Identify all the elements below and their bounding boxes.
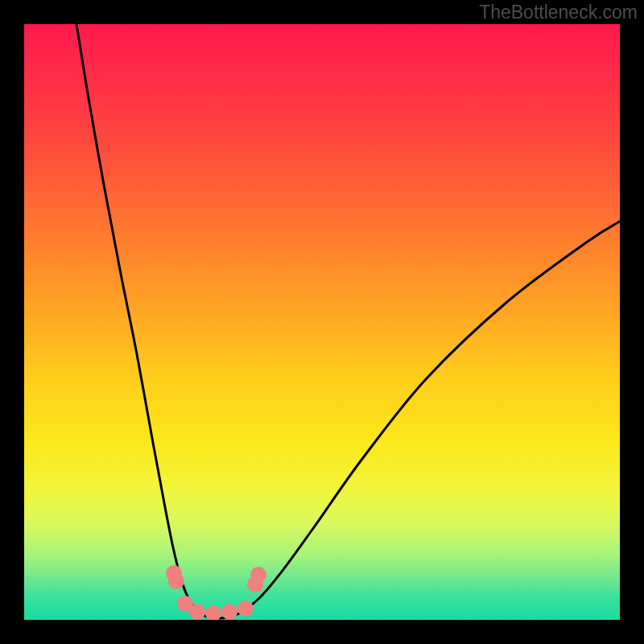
curve-line — [76, 24, 620, 618]
svg-point-4 — [205, 605, 221, 620]
svg-point-5 — [221, 604, 237, 620]
marker-dots — [166, 565, 266, 620]
svg-point-1 — [168, 573, 184, 589]
watermark-label: TheBottleneck.com — [479, 2, 638, 23]
svg-point-6 — [237, 601, 254, 617]
chart-frame: TheBottleneck.com — [0, 0, 644, 644]
svg-point-3 — [189, 604, 205, 620]
curve-svg — [24, 24, 620, 620]
plot-area — [24, 24, 620, 620]
svg-point-8 — [250, 567, 266, 583]
